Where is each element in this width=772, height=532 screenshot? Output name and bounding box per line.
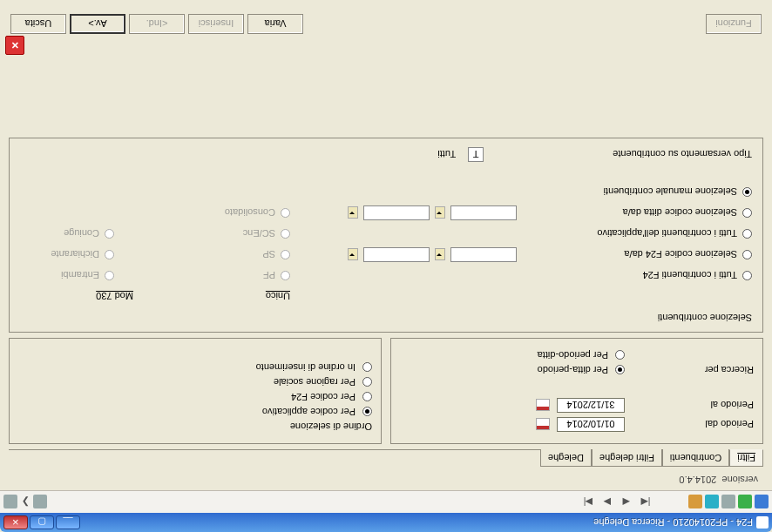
radio-sel-codice-ditta[interactable] [742, 208, 752, 218]
input-periodo-dal[interactable] [557, 417, 625, 432]
radio-tutti-applicativo[interactable] [742, 229, 752, 239]
window-title: F24 - PF20140210 - Ricerca Deleghe [82, 517, 753, 528]
input-periodo-al[interactable] [557, 398, 625, 413]
nav-first[interactable]: |◀ [640, 497, 651, 508]
input-f24-da[interactable] [450, 247, 517, 262]
opt-tutti-applicativo: Tutti i contribuenti dell'applicativo [597, 229, 737, 239]
button-bar: ✕ Funzioni Varia Inserisci <Ind. Av.> Us… [0, 0, 772, 49]
label-ricerca-per: Ricerca per [632, 365, 754, 375]
panel-close-button[interactable]: ✕ [5, 36, 24, 55]
opt-ditta-periodo: Per ditta-periodo [538, 365, 608, 375]
tab-deleghe[interactable]: Deleghe [540, 449, 592, 467]
label-selezione-contribuenti: Selezione contribuenti [20, 313, 752, 323]
opt-sp: SP [262, 250, 275, 260]
dropdown-icon[interactable] [348, 249, 358, 261]
button-av[interactable]: Av.> [70, 14, 125, 34]
version-value: 2014.4.0 [679, 475, 716, 485]
version-label: versione [721, 475, 758, 485]
label-tipo-desc: Tutti [437, 150, 456, 160]
radio-pf [281, 271, 290, 280]
label-periodo-dal: Periodo dal [632, 420, 754, 430]
dropdown-icon[interactable] [435, 207, 445, 219]
opt-per-codice-f24: Per codice F24 [291, 392, 356, 402]
chevron-right-icon[interactable]: ❯ [20, 497, 30, 508]
opt-pf: PF [263, 271, 275, 281]
tree-icon[interactable] [738, 495, 752, 509]
dropdown-icon[interactable] [348, 207, 358, 219]
db-icon[interactable] [705, 495, 719, 509]
radio-ditta-periodo[interactable] [615, 366, 625, 375]
calendar-icon[interactable] [536, 400, 550, 412]
app-icon [756, 516, 769, 529]
maximize-button[interactable]: ▢ [30, 515, 54, 529]
tab-filtri-deleghe[interactable]: Filtri deleghe [592, 449, 662, 467]
radio-per-codice-applicativo[interactable] [362, 407, 372, 417]
radio-entrambi [105, 271, 114, 280]
radio-sp [281, 250, 290, 259]
opt-in-ordine-inserimento: In ordine di inserimento [256, 362, 356, 373]
opt-tutti-f24: Tutti i contribuenti F24 [643, 271, 737, 281]
col-unico: Unico [266, 292, 290, 302]
radio-sel-manuale[interactable] [742, 187, 752, 197]
radio-per-ragione-sociale[interactable] [362, 378, 372, 387]
window-close-button[interactable]: ✕ [3, 515, 28, 529]
tabs: Filtri Contribuenti Filtri deleghe Deleg… [9, 449, 763, 468]
button-varia[interactable]: Varia [247, 14, 303, 34]
input-tipo-versamento[interactable] [468, 147, 484, 162]
tab-filtri[interactable]: Filtri [729, 449, 763, 467]
radio-scenc [281, 229, 290, 239]
period-panel: Periodo dal Periodo al Ricerca per Per d… [390, 338, 763, 444]
order-panel: Ordine di selezione Per codice applicati… [9, 338, 382, 444]
selection-panel: Selezione contribuenti Unico Mod 730 Tut… [9, 138, 763, 333]
nav-next[interactable]: ▶ [602, 497, 613, 508]
nav-prev[interactable]: ◀ [621, 497, 632, 508]
radio-coniuge [105, 229, 114, 239]
input-ditta-da[interactable] [450, 205, 517, 220]
radio-tutti-f24[interactable] [742, 271, 752, 280]
button-uscita[interactable]: Uscita [10, 14, 66, 34]
gear-icon[interactable] [721, 495, 735, 509]
radio-consolidato [281, 208, 290, 218]
doc-icon[interactable] [688, 495, 702, 509]
opt-sel-manuale: Selezione manuale contribuenti [604, 187, 738, 198]
label-periodo-al: Periodo al [632, 401, 754, 411]
button-inserisci: Inserisci [188, 14, 244, 34]
opt-sel-codice-ditta: Selezione codice ditta da/a [623, 208, 737, 219]
tab-contribuenti[interactable]: Contribuenti [662, 449, 729, 467]
titlebar: F24 - PF20140210 - Ricerca Deleghe __ ▢ … [0, 513, 772, 532]
radio-sel-codice-f24[interactable] [742, 250, 752, 259]
radio-per-codice-f24[interactable] [362, 393, 372, 402]
opt-scenc: SC/Enc [243, 229, 275, 239]
opt-consolidato: Consolidato [225, 208, 275, 219]
button-ind: <Ind. [129, 14, 185, 34]
nav-last[interactable]: ▶| [583, 497, 593, 508]
opt-periodo-ditta: Per periodo-ditta [538, 350, 608, 360]
opt-dichiarante: Dichiarante [51, 250, 99, 260]
opt-per-ragione-sociale: Per ragione sociale [274, 377, 356, 387]
button-funzioni: Funzioni [706, 14, 762, 34]
opt-per-codice-applicativo: Per codice applicativo [262, 407, 356, 417]
globe-icon[interactable] [755, 495, 769, 509]
radio-periodo-ditta[interactable] [615, 351, 625, 360]
radio-dichiarante [105, 250, 114, 259]
input-f24-a[interactable] [363, 247, 430, 262]
toolbar: |◀ ◀ ▶ ▶| ❯ [0, 490, 772, 513]
stack-icon[interactable] [3, 495, 17, 509]
page-icon[interactable] [33, 495, 47, 509]
label-ordine: Ordine di selezione [290, 421, 372, 432]
version-line: versione 2014.4.0 [9, 475, 763, 485]
opt-entrambi: Entrambi [61, 271, 99, 281]
dropdown-icon[interactable] [435, 249, 445, 261]
opt-sel-codice-f24: Selezione codice F24 da/a [624, 250, 737, 260]
minimize-button[interactable]: __ [56, 515, 80, 529]
input-ditta-a[interactable] [363, 205, 430, 220]
calendar-icon[interactable] [536, 419, 550, 431]
label-tipo-versamento: Tipo versamento su contribuente [613, 150, 752, 160]
radio-in-ordine-inserimento[interactable] [362, 363, 372, 373]
opt-coniuge: Coniuge [64, 229, 99, 239]
col-mod730: Mod 730 [96, 292, 133, 302]
